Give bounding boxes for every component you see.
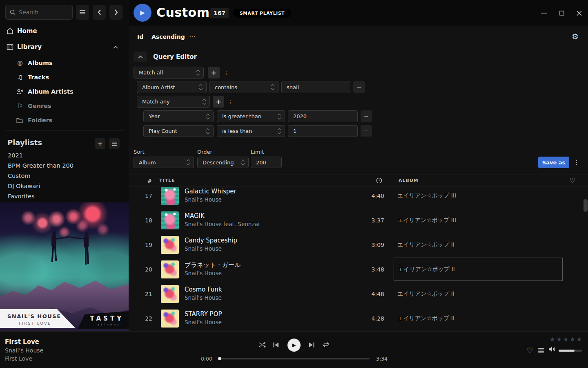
seek-slider[interactable] bbox=[218, 358, 370, 359]
add-playlist-button[interactable]: + bbox=[95, 138, 105, 149]
album-cell[interactable]: エイリアン☆ポップ II bbox=[394, 258, 563, 281]
rule-field-select[interactable]: Album Artist bbox=[137, 81, 207, 93]
album-art-thumb[interactable] bbox=[161, 211, 179, 229]
album-art-thumb[interactable] bbox=[161, 285, 179, 303]
seek-handle[interactable] bbox=[218, 357, 221, 360]
playlist-options-button[interactable] bbox=[109, 138, 120, 149]
track-title[interactable]: Galactic Whisper bbox=[185, 188, 236, 195]
album-cell[interactable]: エイリアン☆ポップ III bbox=[394, 184, 563, 207]
sidebar-item-home[interactable]: Home bbox=[4, 25, 125, 37]
limit-input[interactable] bbox=[256, 159, 276, 166]
add-rule-button[interactable]: + bbox=[208, 67, 220, 79]
now-playing-album[interactable]: First Love bbox=[5, 355, 32, 362]
column-album[interactable]: ALBUM bbox=[399, 178, 419, 183]
menu-button[interactable] bbox=[76, 5, 89, 20]
remove-rule-button[interactable]: − bbox=[361, 110, 372, 122]
previous-button[interactable] bbox=[273, 342, 279, 348]
star-icon[interactable]: ★ bbox=[577, 336, 583, 343]
track-artist[interactable]: Snail’s House feat. Sennzai bbox=[185, 221, 259, 227]
album-cell[interactable]: エイリアン☆ポップ II bbox=[394, 307, 563, 330]
shuffle-button[interactable] bbox=[259, 341, 266, 348]
album-cell[interactable]: エイリアン☆ポップ II bbox=[394, 233, 563, 256]
sidebar-item-albums[interactable]: ◎ Albums bbox=[16, 58, 122, 68]
track-title[interactable]: STARRY POP bbox=[185, 310, 222, 318]
rule-operator-select[interactable]: is less than bbox=[217, 125, 285, 137]
track-row[interactable]: 22 STARRY POP Snail’s House 4:28 エイリアン☆ポ… bbox=[129, 306, 588, 331]
now-playing-options-button[interactable]: ⋮ bbox=[33, 338, 38, 344]
volume-button[interactable] bbox=[548, 346, 556, 352]
track-title[interactable]: Candy Spaceship bbox=[185, 237, 237, 244]
rule-operator-select[interactable]: is greater than bbox=[217, 110, 285, 122]
sort-direction-button[interactable]: Ascending bbox=[151, 34, 185, 40]
playlist-item[interactable]: BPM Greater than 200 bbox=[8, 162, 122, 171]
column-index[interactable]: # bbox=[144, 178, 156, 184]
sidebar-item-album-artists[interactable]: Album Artists bbox=[16, 86, 122, 97]
scrollbar-thumb[interactable] bbox=[584, 199, 588, 212]
track-artist[interactable]: Snail’s House bbox=[185, 196, 222, 203]
rule-value-field[interactable] bbox=[288, 125, 358, 137]
track-artist[interactable]: Snail’s House bbox=[185, 294, 222, 301]
sidebar-item-folders[interactable]: Folders bbox=[16, 115, 122, 126]
sort-select[interactable]: Album bbox=[134, 157, 194, 168]
star-icon[interactable]: ★ bbox=[556, 336, 563, 343]
window-close-button[interactable] bbox=[573, 7, 585, 19]
album-cell[interactable]: エイリアン☆ポップ III bbox=[394, 209, 563, 232]
track-title[interactable]: Cosmo Funk bbox=[185, 286, 222, 293]
queue-button[interactable] bbox=[538, 348, 544, 353]
query-editor-collapse-button[interactable] bbox=[134, 52, 147, 62]
remove-rule-button[interactable]: − bbox=[353, 81, 365, 93]
rule-value-input[interactable] bbox=[287, 84, 345, 90]
sub-match-type-select[interactable]: Match any bbox=[137, 96, 210, 108]
track-row[interactable]: 20 プラネット・ガール Snail’s House 3:48 エイリアン☆ポッ… bbox=[129, 257, 588, 282]
rule-value-input[interactable] bbox=[293, 113, 352, 119]
rule-value-input[interactable] bbox=[293, 128, 352, 134]
nav-forward-button[interactable] bbox=[109, 5, 122, 20]
album-art-thumb[interactable] bbox=[161, 187, 179, 205]
group-options-button[interactable]: ⋮ bbox=[226, 96, 235, 108]
save-options-button[interactable]: ⋮ bbox=[572, 157, 581, 168]
now-playing-artist[interactable]: Snail’s House bbox=[5, 347, 43, 354]
match-type-select[interactable]: Match all bbox=[134, 67, 204, 79]
group-options-button[interactable]: ⋮ bbox=[222, 67, 231, 79]
star-icon[interactable]: ★ bbox=[570, 336, 576, 343]
playlist-item[interactable]: Custom bbox=[8, 173, 122, 182]
play-pause-button[interactable]: ▶ bbox=[287, 339, 301, 352]
duration-clock-icon[interactable] bbox=[376, 177, 382, 184]
track-artist[interactable]: Snail’s House bbox=[185, 270, 222, 276]
album-art-thumb[interactable] bbox=[161, 310, 179, 328]
rating-stars[interactable]: ★★★★★ bbox=[550, 336, 583, 343]
add-rule-button[interactable]: + bbox=[213, 96, 224, 108]
sort-field-button[interactable]: Id bbox=[137, 34, 143, 40]
playlist-item[interactable]: DJ Okawari bbox=[8, 183, 122, 192]
track-row[interactable]: 17 Galactic Whisper Snail’s House 4:40 エ… bbox=[129, 184, 588, 208]
rule-value-field[interactable] bbox=[281, 81, 350, 93]
track-artist[interactable]: Snail’s House bbox=[185, 245, 222, 252]
sidebar-item-genres[interactable]: ⚐ Genres bbox=[16, 101, 122, 111]
track-artist[interactable]: Snail’s House bbox=[185, 319, 222, 325]
remove-rule-button[interactable]: − bbox=[361, 125, 372, 137]
playlist-item[interactable]: 2021 bbox=[8, 152, 122, 161]
order-select[interactable]: Descending bbox=[197, 157, 249, 168]
search-input[interactable] bbox=[19, 9, 64, 16]
album-cell[interactable]: エイリアン☆ポップ II bbox=[394, 282, 563, 305]
repeat-button[interactable] bbox=[322, 341, 330, 348]
rule-operator-select[interactable]: contains bbox=[209, 81, 278, 93]
album-art-thumb[interactable] bbox=[161, 236, 179, 254]
volume-slider[interactable] bbox=[559, 350, 582, 352]
now-playing-album-art[interactable]: SNAIL'S HOUSE FIRST LOVE TASTY BETAMAXI bbox=[0, 202, 129, 331]
nav-back-button[interactable] bbox=[93, 5, 106, 20]
sidebar-item-tracks[interactable]: ♫ Tracks bbox=[16, 72, 122, 83]
window-maximize-button[interactable] bbox=[556, 7, 568, 19]
favorite-button[interactable]: ♡ bbox=[527, 346, 533, 355]
rule-value-field[interactable] bbox=[288, 110, 358, 122]
save-as-button[interactable]: Save as bbox=[538, 157, 569, 168]
limit-field[interactable] bbox=[251, 157, 282, 168]
track-row[interactable]: 19 Candy Spaceship Snail’s House 3:09 エイ… bbox=[129, 233, 588, 257]
more-options-button[interactable]: ⋯ bbox=[189, 33, 195, 40]
star-icon[interactable]: ★ bbox=[563, 336, 570, 343]
rule-field-select[interactable]: Year bbox=[143, 110, 214, 122]
star-icon[interactable]: ★ bbox=[550, 336, 556, 343]
sidebar-item-library[interactable]: Library bbox=[4, 41, 125, 53]
rule-field-select[interactable]: Play Count bbox=[143, 125, 214, 137]
track-title[interactable]: プラネット・ガール bbox=[185, 261, 241, 269]
